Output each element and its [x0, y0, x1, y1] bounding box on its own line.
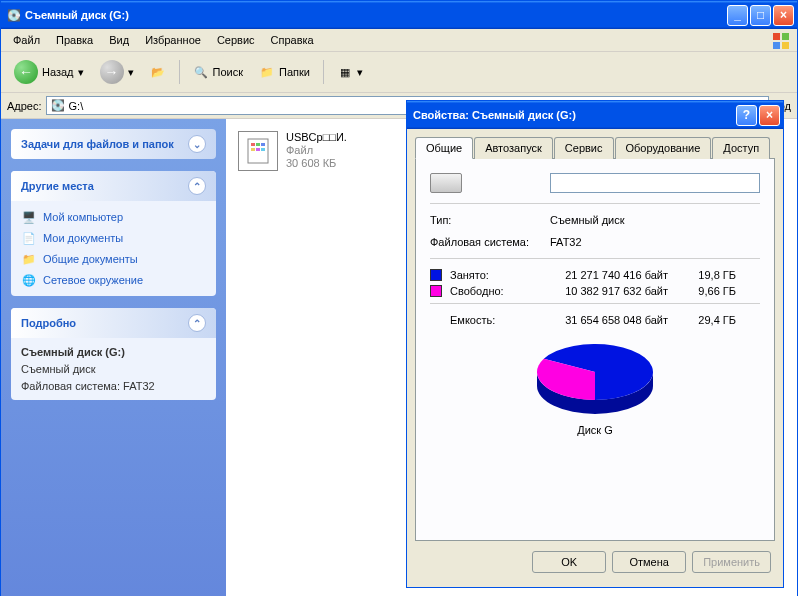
sidebar-item-network[interactable]: 🌐Сетевое окружение	[21, 272, 206, 288]
maximize-button[interactable]: □	[750, 5, 771, 26]
forward-arrow-icon: →	[100, 60, 124, 84]
forward-button[interactable]: → ▾	[93, 56, 141, 88]
details-panel: Подробно ⌃ Съемный диск (G:) Съемный дис…	[11, 308, 216, 400]
svg-rect-3	[782, 42, 789, 49]
disk-usage-pie-chart	[525, 338, 665, 418]
minimize-button[interactable]: _	[727, 5, 748, 26]
back-button[interactable]: ← Назад ▾	[7, 56, 91, 88]
separator	[323, 60, 324, 84]
view-button[interactable]: ▦ ▾	[330, 60, 370, 84]
chevron-up-icon: ⌃	[188, 177, 206, 195]
titlebar[interactable]: 💽Съемный диск (G:) _ □ ×	[1, 1, 797, 29]
free-label: Свободно:	[450, 285, 530, 297]
cap-bytes: 31 654 658 048 байт	[538, 314, 668, 326]
detail-type: Съемный диск	[21, 363, 206, 375]
svg-rect-5	[251, 143, 255, 146]
tab-general[interactable]: Общие	[415, 137, 473, 159]
apply-button[interactable]: Применить	[692, 551, 771, 573]
tab-service[interactable]: Сервис	[554, 137, 614, 159]
details-title: Подробно	[21, 317, 76, 329]
props-titlebar[interactable]: Свойства: Съемный диск (G:) ? ×	[407, 101, 783, 129]
fs-label: Файловая система:	[430, 236, 550, 248]
tab-access[interactable]: Доступ	[712, 137, 770, 159]
search-icon: 🔍	[193, 64, 209, 80]
menu-file[interactable]: Файл	[5, 31, 48, 49]
details-header[interactable]: Подробно ⌃	[11, 308, 216, 338]
menu-favorites[interactable]: Избранное	[137, 31, 209, 49]
windows-flag-icon	[771, 31, 791, 51]
item-label: Мой компьютер	[43, 211, 123, 223]
svg-rect-2	[773, 42, 780, 49]
menu-edit[interactable]: Правка	[48, 31, 101, 49]
properties-window: Свойства: Съемный диск (G:) ? × Общие Ав…	[406, 100, 784, 588]
places-header[interactable]: Другие места ⌃	[11, 171, 216, 201]
free-bytes: 10 382 917 632 байт	[538, 285, 668, 297]
tasks-title: Задачи для файлов и папок	[21, 138, 174, 150]
drive-icon: 💽	[7, 9, 21, 22]
tabs: Общие Автозапуск Сервис Оборудование Дос…	[415, 137, 775, 159]
item-label: Сетевое окружение	[43, 274, 143, 286]
folder-up-icon: 📂	[150, 64, 166, 80]
free-color-icon	[430, 285, 442, 297]
computer-icon: 🖥️	[21, 209, 37, 225]
search-button[interactable]: 🔍 Поиск	[186, 60, 250, 84]
sidebar: Задачи для файлов и папок ⌄ Другие места…	[1, 119, 226, 596]
chevron-down-icon: ⌄	[188, 135, 206, 153]
tab-autorun[interactable]: Автозапуск	[474, 137, 553, 159]
sidebar-item-my-computer[interactable]: 🖥️Мой компьютер	[21, 209, 206, 225]
chevron-down-icon: ▾	[128, 66, 134, 79]
back-arrow-icon: ←	[14, 60, 38, 84]
search-label: Поиск	[213, 66, 243, 78]
cap-label: Емкость:	[450, 314, 530, 326]
drive-icon	[430, 173, 462, 193]
places-panel: Другие места ⌃ 🖥️Мой компьютер 📄Мои доку…	[11, 171, 216, 296]
file-icon	[238, 131, 278, 171]
file-name: USBCp□□И.	[286, 131, 347, 143]
svg-rect-6	[256, 143, 260, 146]
network-icon: 🌐	[21, 272, 37, 288]
chevron-down-icon: ▾	[357, 66, 363, 79]
documents-icon: 📄	[21, 230, 37, 246]
volume-name-input[interactable]	[550, 173, 760, 193]
shared-docs-icon: 📁	[21, 251, 37, 267]
toolbar: ← Назад ▾ → ▾ 📂 🔍 Поиск 📁 Папки ▦ ▾	[1, 52, 797, 93]
svg-rect-10	[261, 148, 265, 151]
tasks-panel: Задачи для файлов и папок ⌄	[11, 129, 216, 159]
disk-label: Диск G	[577, 424, 613, 436]
type-value: Съемный диск	[550, 214, 625, 226]
folders-button[interactable]: 📁 Папки	[252, 60, 317, 84]
address-label: Адрес:	[7, 100, 42, 112]
used-bytes: 21 271 740 416 байт	[538, 269, 668, 281]
tasks-header[interactable]: Задачи для файлов и папок ⌄	[11, 129, 216, 159]
tab-hardware[interactable]: Оборудование	[615, 137, 712, 159]
close-button[interactable]: ×	[773, 5, 794, 26]
sidebar-item-shared-documents[interactable]: 📁Общие документы	[21, 251, 206, 267]
svg-rect-0	[773, 33, 780, 40]
menubar: Файл Правка Вид Избранное Сервис Справка	[1, 29, 797, 52]
menu-help[interactable]: Справка	[263, 31, 322, 49]
ok-button[interactable]: OK	[532, 551, 606, 573]
used-label: Занято:	[450, 269, 530, 281]
places-title: Другие места	[21, 180, 94, 192]
detail-name: Съемный диск (G:)	[21, 346, 206, 358]
up-button[interactable]: 📂	[143, 60, 173, 84]
address-value: G:\	[69, 100, 84, 112]
file-type: Файл	[286, 144, 347, 156]
sidebar-item-my-documents[interactable]: 📄Мои документы	[21, 230, 206, 246]
drive-icon: 💽	[51, 99, 65, 112]
detail-fs: Файловая система: FAT32	[21, 380, 206, 392]
svg-rect-8	[251, 148, 255, 151]
cancel-button[interactable]: Отмена	[612, 551, 686, 573]
menu-view[interactable]: Вид	[101, 31, 137, 49]
svg-rect-7	[261, 143, 265, 146]
close-button[interactable]: ×	[759, 105, 780, 126]
help-button[interactable]: ?	[736, 105, 757, 126]
window-title: Съемный диск (G:)	[25, 9, 129, 21]
item-label: Общие документы	[43, 253, 138, 265]
svg-rect-9	[256, 148, 260, 151]
cap-gb: 29,4 ГБ	[676, 314, 736, 326]
fs-value: FAT32	[550, 236, 582, 248]
menu-tools[interactable]: Сервис	[209, 31, 263, 49]
back-label: Назад	[42, 66, 74, 78]
view-icon: ▦	[337, 64, 353, 80]
